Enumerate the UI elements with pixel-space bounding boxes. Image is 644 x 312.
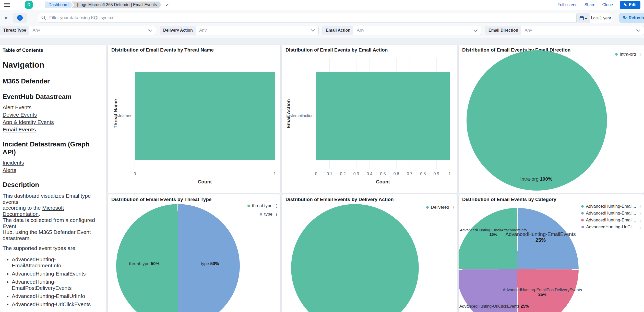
legend-actions-icon[interactable]	[276, 204, 277, 208]
filter-value: Any	[29, 28, 149, 33]
filter-value: Any	[196, 28, 312, 33]
x-tick: 0	[134, 172, 136, 176]
section-incident-datastream: Incident Datastream (Graph API)	[3, 140, 102, 156]
list-item: AdvancedHunting-EmailPostDeliveryEvents	[12, 279, 102, 291]
x-tick: 0.2	[340, 172, 345, 176]
legend-item-threat-type[interactable]: threat type	[247, 203, 277, 209]
x-tick: 0.8	[420, 172, 426, 176]
full-screen-link[interactable]: Full screen	[557, 3, 577, 7]
x-tick: 0	[315, 172, 317, 176]
pie-email-direction[interactable]	[467, 50, 607, 191]
search-input[interactable]	[38, 13, 578, 23]
breadcrumb-item-current: [Logs Microsoft 365 Defender] Email Even…	[71, 2, 161, 8]
list-item: AdvancedHunting-EmailUrlInfo	[12, 293, 102, 299]
panel-delivery-action: Distribution of Email Events by Delivery…	[282, 194, 457, 312]
refresh-button[interactable]: ↻Refresh	[619, 13, 644, 23]
legend-actions-icon[interactable]	[639, 211, 641, 216]
bar-testemailaction[interactable]	[316, 72, 450, 160]
panel-threat-name: Distribution of Email Events by Threat N…	[108, 45, 280, 193]
x-axis-title: Count	[376, 179, 390, 185]
sidebar-link-device-events[interactable]: Device Events	[3, 112, 102, 118]
panel-title: Table of Contents	[3, 47, 102, 53]
panel-title: Distribution of Email Events by Email Ac…	[285, 47, 388, 53]
legend: threat type type	[247, 203, 277, 217]
top-actions: Full screen Share Clone ✎Edit	[557, 1, 644, 9]
list-item: AdvancedHunting-UrlClickEvents	[12, 301, 102, 307]
legend-actions-icon[interactable]	[452, 205, 454, 210]
breadcrumb-item-dashboard[interactable]: Dashboard	[45, 2, 73, 8]
plus-icon: +	[17, 15, 23, 21]
legend-actions-icon[interactable]	[639, 218, 641, 223]
kibana-dashboard-app: D Dashboard [Logs Microsoft 365 Defender…	[0, 0, 644, 312]
saved-check-icon: ✓	[165, 2, 169, 8]
sidebar-link-incidents[interactable]: Incidents	[3, 160, 102, 166]
section-eventhub-datastream: EventHub Datastream	[3, 93, 102, 101]
filter-controls-row: Threat Type Any Delivery Action Any Emai…	[0, 26, 644, 35]
filter-control-email-direction[interactable]: Email Direction Any	[485, 26, 644, 35]
chevron-down-icon	[148, 28, 152, 32]
filter-control-delivery-action[interactable]: Delivery Action Any	[160, 26, 319, 35]
sidebar-link-app-identity-events[interactable]: App & Identity Events	[3, 119, 102, 125]
legend-swatch	[581, 219, 584, 221]
x-tick: 0.1	[327, 172, 332, 176]
legend-item-type[interactable]: type	[260, 211, 277, 217]
legend-swatch	[615, 53, 618, 56]
sidebar-link-alerts[interactable]: Alerts	[3, 167, 102, 173]
legend-item-intra-org[interactable]: Intra-org	[615, 52, 641, 57]
filter-label: Email Action	[323, 26, 353, 35]
pie-delivery-action[interactable]	[291, 204, 419, 312]
menu-icon[interactable]	[4, 3, 10, 7]
pencil-icon: ✎	[624, 3, 627, 7]
sidebar-link-email-events[interactable]: Email Events	[3, 127, 102, 133]
share-link[interactable]: Share	[585, 3, 595, 7]
legend-actions-icon[interactable]	[639, 204, 641, 209]
legend-item-email-post-delivery[interactable]: AdvancedHunting-Email...	[581, 217, 641, 223]
search-icon	[41, 15, 46, 20]
legend-actions-icon[interactable]	[276, 212, 277, 217]
x-tick: 0.6	[393, 172, 399, 176]
filter-label: Email Direction	[485, 26, 521, 35]
time-range-label[interactable]: Last 1 year	[590, 13, 612, 23]
x-tick: 0.3	[353, 172, 359, 176]
bar-chart-threat-name: Threat Name testnames 0 1 Count	[135, 58, 275, 169]
add-filter-button[interactable]: +	[13, 13, 27, 23]
top-navigation-bar: D Dashboard [Logs Microsoft 365 Defender…	[0, 0, 644, 10]
pie-slice-label: Intra-org 100%	[520, 176, 552, 182]
table-of-contents-panel: Table of Contents Navigation M365 Defend…	[0, 45, 106, 312]
date-picker-icon-segment[interactable]	[577, 13, 590, 23]
panel-threat-type: Distribution of Email Events by Threat T…	[108, 194, 280, 312]
filter-list-icon[interactable]	[3, 16, 9, 19]
legend-swatch	[247, 205, 250, 207]
section-m365-defender: M365 Defender	[3, 77, 102, 85]
filter-control-email-action[interactable]: Email Action Any	[323, 26, 481, 35]
bar-testnames[interactable]	[135, 72, 275, 160]
panel-category: Distribution of Email Events by Category…	[459, 194, 644, 312]
search-box	[38, 13, 578, 23]
legend-item-email-attachment-info[interactable]: AdvancedHunting-Email...	[581, 204, 641, 209]
filter-value: Any	[353, 28, 474, 33]
chevron-down-icon	[311, 28, 315, 32]
sidebar-heading: Navigation	[3, 60, 102, 70]
legend-item-delivered[interactable]: Delivered	[426, 205, 454, 210]
clone-link[interactable]: Clone	[602, 3, 613, 7]
legend-actions-icon[interactable]	[639, 52, 641, 57]
supported-types-intro: The supported event types are:	[3, 245, 102, 251]
panel-title: Distribution of Email Events by Category	[462, 197, 556, 202]
pie-threat-type[interactable]	[116, 204, 240, 312]
legend-item-email-events[interactable]: AdvancedHunting-Email...	[581, 210, 641, 216]
legend-swatch	[581, 212, 584, 215]
pie-slice-label: threat type 50%	[129, 261, 159, 266]
description-text: This dashboard visualizes Email type eve…	[3, 193, 102, 241]
pie-slice-label: AdvancedHunting-EmailPostDeliveryEvents …	[503, 288, 582, 297]
legend-actions-icon[interactable]	[639, 225, 641, 230]
edit-button[interactable]: ✎Edit	[620, 1, 640, 9]
space-avatar[interactable]: D	[25, 1, 33, 9]
pie-slice-label: AdvancedHunting-UrlClickEvents 25%	[459, 304, 529, 309]
legend: Delivered	[426, 205, 454, 210]
legend-item-url-click-events[interactable]: AdvancedHunting-UrlCli...	[581, 224, 641, 230]
date-picker[interactable]: Last 1 year	[576, 13, 612, 23]
panel-title: Distribution of Email Events by Delivery…	[285, 197, 394, 202]
filter-control-threat-type[interactable]: Threat Type Any	[0, 26, 156, 35]
sidebar-link-alert-events[interactable]: Alert Events	[3, 104, 102, 110]
legend-swatch	[581, 226, 584, 228]
